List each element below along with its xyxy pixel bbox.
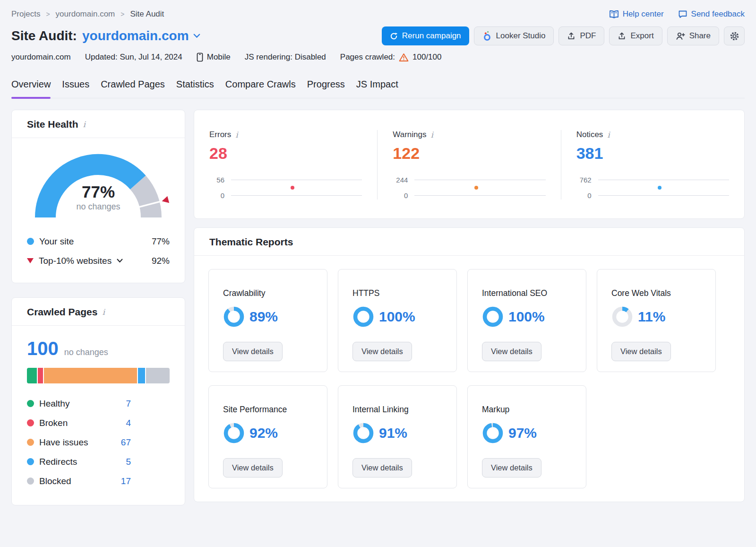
gridline	[231, 195, 362, 196]
export-up-icon	[618, 32, 626, 40]
legend-count-link[interactable]: 4	[126, 418, 131, 428]
breadcrumb-projects[interactable]: Projects	[11, 9, 40, 19]
view-details-button[interactable]: View details	[223, 458, 283, 478]
legend-value: 77%	[152, 236, 170, 247]
campaign-selector[interactable]: yourdomain.com	[82, 28, 200, 43]
issues-summary-card: Errors i 28 56 0 Warnings i 122 244 0 No…	[194, 110, 745, 219]
red-triangle-icon	[27, 258, 34, 263]
bar-segment-redirects	[138, 368, 145, 383]
pdf-button[interactable]: PDF	[558, 26, 604, 45]
legend-row-broken: Broken 4	[27, 413, 131, 433]
report-score: 100%	[352, 306, 442, 328]
thematic-reports-card: Thematic Reports Crawlability 89% View d…	[194, 227, 745, 502]
thematic-card-core-web-vitals: Core Web Vitals 11% View details	[597, 269, 716, 372]
breadcrumb-separator: >	[46, 10, 50, 18]
thematic-reports-header: Thematic Reports	[194, 228, 744, 256]
legend-row-top10[interactable]: Top-10% websites 92%	[27, 251, 170, 270]
legend-count-link[interactable]: 5	[126, 457, 131, 467]
looker-studio-button[interactable]: Looker Studio	[474, 26, 554, 45]
tab-compare-crawls[interactable]: Compare Crawls	[225, 79, 296, 98]
issue-count[interactable]: 381	[576, 144, 729, 163]
info-icon[interactable]: i	[102, 307, 104, 317]
rerun-campaign-button[interactable]: Rerun campaign	[382, 26, 469, 45]
legend-label: Broken	[39, 418, 68, 428]
site-health-gauge: 77% no changes	[27, 150, 169, 225]
score-percent: 11%	[638, 309, 665, 325]
score-percent: 100%	[379, 309, 415, 325]
axis-min-label: 0	[209, 191, 224, 200]
issue-col-errors: Errors i 28 56 0	[194, 130, 377, 200]
tab-progress[interactable]: Progress	[307, 79, 345, 98]
info-icon[interactable]: i	[431, 130, 433, 139]
help-center-link[interactable]: Help center	[609, 9, 664, 19]
report-score: 91%	[352, 422, 442, 444]
view-details-button[interactable]: View details	[352, 458, 412, 478]
settings-button[interactable]	[724, 26, 745, 45]
legend-row-have-issues: Have issues 67	[27, 433, 131, 452]
site-health-body: 77% no changes Your site 77% Top-10% web	[12, 138, 185, 283]
tab-statistics[interactable]: Statistics	[176, 79, 214, 98]
legend-count-link[interactable]: 67	[121, 437, 131, 448]
legend-dot-icon	[27, 400, 34, 407]
report-tabs: OverviewIssuesCrawled PagesStatisticsCom…	[11, 79, 745, 98]
info-icon[interactable]: i	[83, 120, 86, 129]
view-details-button[interactable]: View details	[223, 342, 283, 361]
tab-overview[interactable]: Overview	[11, 79, 51, 98]
crawled-pages-header: Crawled Pages i	[12, 298, 185, 326]
legend-label: Blocked	[39, 476, 71, 486]
chevron-down-icon	[193, 34, 200, 38]
site-health-legend: Your site 77% Top-10% websites 92%	[27, 232, 170, 270]
chevron-down-icon[interactable]	[117, 259, 123, 263]
send-feedback-link[interactable]: Send feedback	[678, 9, 745, 19]
legend-row-redirects: Redirects 5	[27, 452, 131, 471]
thematic-grid: Crawlability 89% View details HTTPS 100%…	[208, 269, 730, 488]
thematic-card-crawlability: Crawlability 89% View details	[208, 269, 327, 372]
looker-studio-icon	[482, 31, 492, 41]
crawled-total[interactable]: 100	[27, 338, 59, 359]
info-icon[interactable]: i	[235, 130, 238, 139]
tab-issues[interactable]: Issues	[62, 79, 89, 98]
view-details-button[interactable]: View details	[352, 342, 412, 361]
report-name: Core Web Vitals	[611, 288, 701, 298]
blue-dot-icon	[27, 238, 34, 245]
report-name: HTTPS	[352, 288, 442, 298]
mobile-phone-icon	[197, 52, 203, 62]
refresh-icon	[390, 32, 398, 40]
issue-trend-chart: 244 0	[393, 176, 545, 200]
view-details-button[interactable]: View details	[611, 342, 671, 361]
issue-count[interactable]: 28	[209, 144, 362, 163]
issue-label: Errors	[209, 130, 231, 139]
report-score: 100%	[482, 306, 572, 328]
legend-value: 92%	[152, 256, 170, 266]
issue-count[interactable]: 122	[393, 144, 545, 163]
tab-js-impact[interactable]: JS Impact	[356, 79, 398, 98]
thematic-card-international-seo: International SEO 100% View details	[467, 269, 586, 372]
gridline	[598, 180, 729, 180]
right-column: Errors i 28 56 0 Warnings i 122 244 0 No…	[194, 110, 745, 502]
legend-count-link[interactable]: 7	[126, 399, 131, 409]
score-donut-icon	[482, 422, 504, 444]
site-health-card: Site Health i 77% no changes	[11, 110, 185, 283]
site-audit-page: Projects > yourdomain.com > Site Audit H…	[0, 0, 756, 524]
axis-max-label: 762	[576, 176, 592, 184]
export-button[interactable]: Export	[609, 26, 662, 45]
breadcrumb-domain[interactable]: yourdomain.com	[56, 9, 115, 19]
issue-trend-chart: 56 0	[209, 176, 362, 200]
score-donut-icon	[611, 306, 633, 328]
header-actions: Rerun campaign Looker Studio PDF Export …	[382, 26, 745, 45]
gauge-center-text: 77% no changes	[27, 182, 169, 212]
crawled-pages-stacked-bar	[27, 368, 170, 383]
issue-label: Warnings	[393, 130, 426, 139]
axis-min-label: 0	[576, 191, 592, 200]
topbar-links: Help center Send feedback	[609, 9, 745, 19]
legend-count-link[interactable]: 17	[121, 476, 131, 486]
view-details-button[interactable]: View details	[482, 342, 541, 361]
share-button[interactable]: Share	[667, 26, 719, 45]
legend-label: Healthy	[39, 399, 69, 409]
bar-segment-blocked	[146, 368, 170, 383]
report-name: Internal Linking	[352, 405, 442, 415]
legend-label: Your site	[39, 236, 74, 247]
tab-crawled-pages[interactable]: Crawled Pages	[101, 79, 165, 98]
view-details-button[interactable]: View details	[482, 458, 541, 478]
info-icon[interactable]: i	[607, 130, 610, 139]
